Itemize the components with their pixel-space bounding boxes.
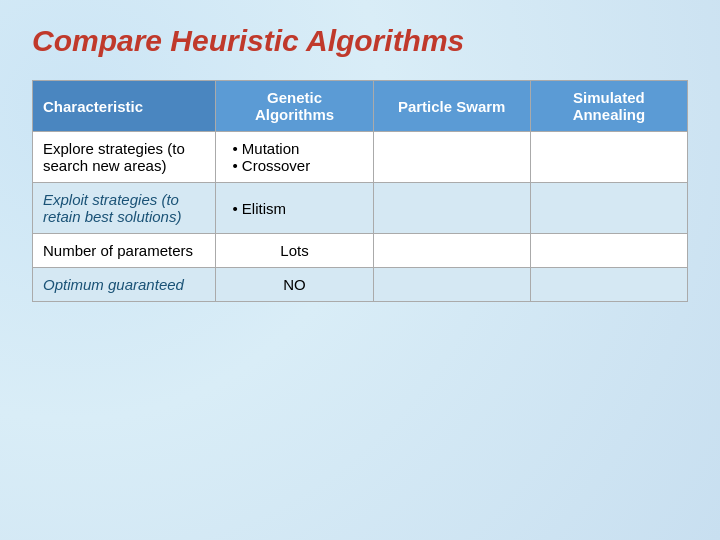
- row1-col2: • Mutation • Crossover: [216, 132, 373, 183]
- row3-col2: Lots: [216, 234, 373, 268]
- table-row: Number of parameters Lots: [33, 234, 688, 268]
- row4-col4: [530, 268, 687, 302]
- row3-col4: [530, 234, 687, 268]
- table-row: Optimum guaranteed NO: [33, 268, 688, 302]
- header-genetic: Genetic Algorithms: [216, 81, 373, 132]
- header-simulated: Simulated Annealing: [530, 81, 687, 132]
- header-characteristic: Characteristic: [33, 81, 216, 132]
- row2-col4: [530, 183, 687, 234]
- row2-col3: [373, 183, 530, 234]
- row1-col1: Explore strategies (to search new areas): [33, 132, 216, 183]
- page-title: Compare Heuristic Algorithms: [32, 24, 688, 58]
- row2-col1: Exploit strategies (to retain best solut…: [33, 183, 216, 234]
- table-row: Explore strategies (to search new areas)…: [33, 132, 688, 183]
- row2-col2: • Elitism: [216, 183, 373, 234]
- row1-col4: [530, 132, 687, 183]
- table-row: Exploit strategies (to retain best solut…: [33, 183, 688, 234]
- page: Compare Heuristic Algorithms Characteris…: [0, 0, 720, 540]
- row3-col1: Number of parameters: [33, 234, 216, 268]
- table-header-row: Characteristic Genetic Algorithms Partic…: [33, 81, 688, 132]
- comparison-table: Characteristic Genetic Algorithms Partic…: [32, 80, 688, 302]
- header-particle: Particle Swarm: [373, 81, 530, 132]
- row4-col2: NO: [216, 268, 373, 302]
- row1-col3: [373, 132, 530, 183]
- row4-col1: Optimum guaranteed: [33, 268, 216, 302]
- row3-col3: [373, 234, 530, 268]
- row4-col3: [373, 268, 530, 302]
